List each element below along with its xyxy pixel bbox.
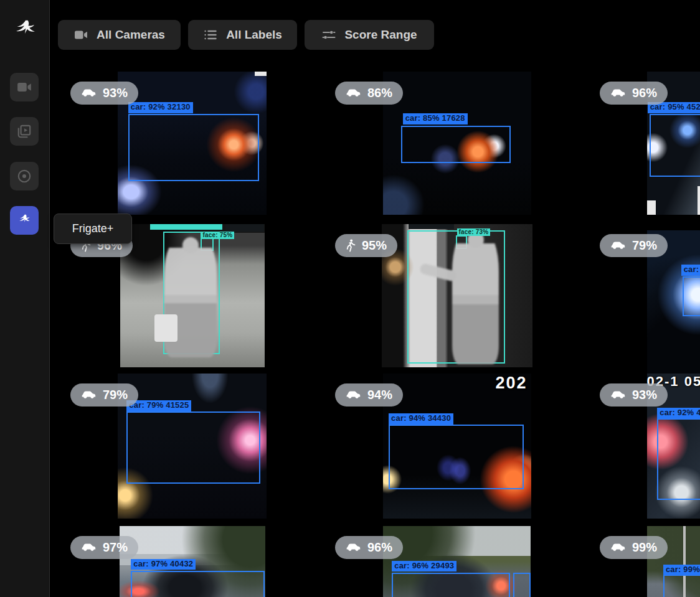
score-range-filter[interactable]: Score Range: [305, 20, 434, 50]
detection-label: car: 85% 17628: [403, 113, 468, 125]
score-text: 96%: [367, 540, 392, 555]
detection-label: car: 96% 29493: [392, 561, 456, 572]
score-badge: 97%: [70, 536, 138, 559]
bounding-box: [126, 411, 260, 484]
submission-card[interactable]: 99% car: 99% 25: [589, 526, 700, 597]
submission-card[interactable]: 93% car: 92% 421802-1 05 0: [589, 374, 700, 526]
detection-thumbnail[interactable]: car: 96% 29493: [383, 526, 531, 597]
score-badge: 99%: [600, 536, 668, 559]
detection-thumbnail[interactable]: face: 73%: [382, 224, 532, 367]
detection-label: car: 97% 40432: [131, 559, 196, 570]
thumbnail-grid: 93% car: 92% 32130 86% car: 85% 17628 96…: [0, 0, 700, 597]
frigate-plus-tooltip: Frigate+: [54, 214, 132, 244]
tooltip-text: Frigate+: [72, 222, 114, 235]
bounding-box: [389, 425, 524, 490]
sidebar-item-export[interactable]: [10, 162, 39, 190]
score-badge: 79%: [70, 383, 138, 407]
submission-card[interactable]: 95% face: 73%: [324, 224, 589, 377]
score-badge: 95%: [335, 234, 397, 257]
detection-thumbnail[interactable]: car: 92% 32130: [118, 72, 267, 215]
all-labels-filter[interactable]: All Labels: [188, 20, 297, 50]
sliders-icon: [321, 27, 336, 42]
score-text: 94%: [367, 388, 392, 402]
filter-label: All Cameras: [97, 28, 165, 42]
detection-thumbnail[interactable]: car: 85% 17628: [383, 72, 531, 215]
score-text: 99%: [632, 540, 657, 555]
bounding-box: [401, 126, 511, 163]
submission-card[interactable]: 94% car: 94% 34430202: [324, 374, 589, 526]
detection-label: face: 73%: [457, 228, 491, 237]
score-badge: 96%: [335, 536, 403, 559]
detection-label: car: 92% 32130: [128, 102, 193, 113]
person-icon: [346, 239, 356, 252]
score-text: 96%: [632, 86, 657, 100]
detection-thumbnail[interactable]: car: 97% 40432: [120, 526, 265, 597]
detection-thumbnail[interactable]: car: 94% 34430202: [383, 374, 531, 519]
bounding-box: [392, 573, 510, 597]
score-badge: 93%: [70, 82, 138, 105]
car-icon: [81, 542, 97, 554]
score-text: 97%: [103, 540, 128, 555]
score-text: 93%: [632, 388, 657, 402]
score-badge: 96%: [600, 82, 668, 105]
score-text: 93%: [103, 86, 128, 100]
bounding-box: [513, 573, 531, 597]
all-cameras-filter[interactable]: All Cameras: [58, 20, 181, 50]
score-badge: 79%: [600, 234, 668, 257]
score-badge: 86%: [335, 82, 403, 105]
submission-card[interactable]: 96% car: 95% 45260: [589, 72, 700, 224]
submission-card[interactable]: 79% car: 79%: [589, 224, 700, 377]
frigate-plus-submissions-page: { "app": {"name": "Frigate"}, "colors": …: [0, 0, 700, 597]
sidebar-item-frigate-plus[interactable]: [10, 206, 39, 235]
overlay-strip: [698, 186, 700, 215]
score-text: 79%: [103, 388, 128, 402]
car-icon: [346, 389, 361, 402]
car-icon: [346, 542, 361, 554]
overlay-strip: [647, 200, 656, 215]
bounding-box: [650, 114, 700, 177]
score-badge: 94%: [335, 383, 403, 407]
person-figure: [452, 232, 499, 365]
car-icon: [346, 87, 361, 100]
sidebar-item-live[interactable]: [10, 73, 39, 101]
overlay-strip: [225, 224, 265, 232]
score-text: 86%: [367, 86, 392, 100]
detection-label: car: 92% 4218: [657, 408, 700, 419]
timestamp-overlay: 202: [495, 374, 527, 393]
detection-label: car: 79% 41525: [126, 400, 191, 411]
car-icon: [81, 389, 97, 402]
score-badge: 93%: [600, 383, 668, 407]
bounding-box: [683, 276, 700, 316]
review-icon: [16, 123, 32, 139]
filter-label: All Labels: [226, 28, 282, 42]
car-icon: [610, 87, 626, 100]
submission-card[interactable]: 96% car: 96% 29493: [324, 526, 589, 597]
bounding-box: [663, 575, 700, 597]
detection-label: car: 94% 34430: [389, 413, 453, 425]
overlay-strip: [255, 72, 267, 76]
disc-icon: [16, 168, 32, 184]
bounding-box: [128, 114, 259, 181]
frigate-logo: [11, 16, 39, 45]
filter-label: Score Range: [344, 28, 417, 42]
detection-label: face: 75%: [201, 232, 234, 240]
detection-thumbnail[interactable]: face: 75%: [120, 224, 265, 367]
submission-card[interactable]: 96% face: 75%: [60, 224, 324, 377]
car-icon: [610, 389, 626, 402]
video-camera-icon: [16, 79, 32, 95]
submission-card[interactable]: 79% car: 79% 41525: [60, 374, 324, 526]
bounding-box: [657, 418, 700, 499]
camera-icon: [73, 27, 88, 42]
sidebar: [0, 0, 50, 597]
submission-card[interactable]: 97% car: 97% 40432: [60, 526, 324, 597]
bird-icon: [16, 212, 32, 228]
detection-thumbnail[interactable]: car: 79% 41525: [118, 374, 267, 519]
car-icon: [610, 240, 626, 252]
sidebar-item-review[interactable]: [10, 117, 39, 146]
submission-card[interactable]: 86% car: 85% 17628: [324, 72, 589, 224]
car-icon: [610, 542, 626, 554]
list-icon: [203, 27, 218, 42]
overlay-strip: [150, 224, 222, 230]
submission-card[interactable]: 93% car: 92% 32130: [60, 72, 324, 224]
overlay-strip: [154, 314, 177, 342]
